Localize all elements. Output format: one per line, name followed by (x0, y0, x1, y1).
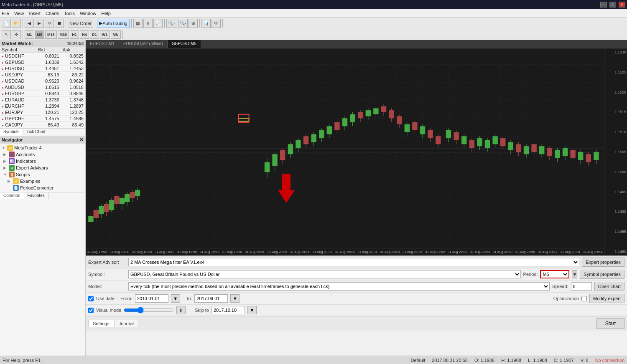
mw-cell-bid: 83.19 (36, 72, 61, 78)
menu-insert[interactable]: Insert (29, 11, 41, 16)
tf-m30[interactable]: M30 (58, 30, 69, 39)
optimization-checkbox[interactable] (581, 296, 587, 301)
chart-tab-eurusd-m1[interactable]: EURUSD,M1 (86, 40, 119, 48)
market-watch-row[interactable]: ● GBPCHF 1.4575 1.4585 (0, 116, 85, 122)
nav-item-expert-advisors[interactable]: ▶ ⚙ Expert Advisors (0, 164, 85, 171)
menu-file[interactable]: File (2, 11, 9, 16)
menu-window[interactable]: Window (80, 11, 96, 16)
skip-to-input[interactable] (212, 306, 245, 314)
new-button[interactable]: 📄 (2, 19, 11, 28)
cursor-button[interactable]: ↖ (2, 30, 11, 39)
indicators-button[interactable]: 📊 (201, 19, 211, 28)
tab-journal[interactable]: Journal (114, 320, 138, 327)
tf-m1[interactable]: M1 (25, 30, 34, 39)
ea-select[interactable]: 2 MA Crosses Mega filter EA V1.ex4 (128, 258, 579, 266)
model-select[interactable]: Every tick (the most precise method base… (128, 282, 550, 291)
tf-w1[interactable]: W1 (100, 30, 110, 39)
market-watch-row[interactable]: ● EURGBP 0.8843 0.8846 (0, 91, 85, 97)
tf-m15[interactable]: M15 (45, 30, 57, 39)
mw-cell-bid: 1.0515 (36, 84, 61, 91)
tf-d1[interactable]: D1 (90, 30, 99, 39)
nav-item-period-converter[interactable]: 📄 PeriodConverter (0, 185, 85, 191)
line-chart-button[interactable]: 📈 (153, 19, 163, 28)
zoom-in-button[interactable]: 🔍+ (166, 19, 177, 28)
window-title: MetaTrader 4 - [GBPUSD,M5] (2, 2, 63, 7)
menu-charts[interactable]: Charts (46, 11, 59, 16)
start-button[interactable]: Start (596, 318, 624, 329)
period-sep-button[interactable]: ⊞ (189, 19, 198, 28)
status-high: H: 1.1908 (501, 358, 521, 363)
back-button[interactable]: ◀ (25, 19, 34, 28)
market-watch-row[interactable]: ● AUDUSD 1.0515 1.0518 (0, 84, 85, 91)
tf-h1[interactable]: H1 (70, 30, 79, 39)
chart-tab-eurusd-m2[interactable]: EURUSD,M2 (offline) (119, 40, 168, 48)
nav-tab-common[interactable]: Common (0, 192, 24, 199)
market-watch-row[interactable]: ● EURCHF 1.2894 1.2897 (0, 103, 85, 109)
nav-item-scripts[interactable]: ▼ 📜 Scripts (0, 171, 85, 178)
tf-mn[interactable]: MN (111, 30, 121, 39)
candle-button[interactable]: 🕯 (143, 19, 153, 28)
chart-tab-gbpusd-m5[interactable]: GBPUSD,M5 (168, 40, 201, 48)
market-watch-row[interactable]: ● USDCHF 0.8921 0.8925 (0, 53, 85, 59)
market-watch-row[interactable]: ● EURJPY 120.21 120.25 (0, 109, 85, 116)
symbol-properties-button[interactable]: Symbol properties (580, 270, 624, 279)
mw-tab-symbols[interactable]: Symbols (0, 129, 23, 136)
tab-settings[interactable]: Settings (88, 320, 114, 327)
stop-button[interactable]: ⏹ (55, 19, 64, 28)
mw-tab-tick[interactable]: Tick Chart (23, 129, 49, 136)
to-cal-button[interactable]: ▼ (230, 294, 240, 303)
market-watch-row[interactable]: ● CADJPY 86.43 86.49 (0, 122, 85, 128)
market-watch-row[interactable]: ● EURUSD 1.4451 1.4453 (0, 66, 85, 72)
speed-slider[interactable] (124, 307, 174, 313)
nav-item-metatrader4[interactable]: ▼ 📁 MetaTrader 4 (0, 144, 85, 151)
from-cal-button[interactable]: ▼ (171, 294, 180, 303)
close-button[interactable]: ✕ (619, 2, 625, 8)
zoom-out-button[interactable]: 🔍- (178, 19, 188, 28)
market-watch-row[interactable]: ● GBPUSD 1.6339 1.6342 (0, 59, 85, 66)
chart-canvas[interactable]: GBPUSD,M5 1.1907 1.1908 1.1907 1.1908 لا… (86, 48, 627, 255)
market-watch-row[interactable]: ● USDJPY 83.19 83.22 (0, 72, 85, 78)
navigator-close[interactable]: ✕ (79, 137, 84, 143)
new-order-button[interactable]: New Order (68, 19, 93, 28)
skip-cal-button[interactable]: ▼ (247, 306, 257, 314)
xaxis-2: 31 Aug 18:08 (108, 250, 131, 254)
from-input[interactable] (135, 294, 168, 303)
menu-view[interactable]: View (14, 11, 24, 16)
expert-button[interactable]: ⚙ (212, 19, 221, 28)
xaxis-17: 31 Aug 22:08 (446, 250, 469, 254)
forward-button[interactable]: ▶ (35, 19, 44, 28)
minimize-button[interactable]: ─ (600, 2, 607, 8)
mw-cell-bid: 1.2894 (36, 103, 61, 109)
symbol-select[interactable]: GBPUSD, Great Britain Pound vs US Dollar (128, 270, 521, 278)
menu-help[interactable]: Help (101, 11, 111, 16)
pause-button[interactable]: ⏸ (176, 306, 186, 314)
refresh-button[interactable]: ↺ (45, 19, 54, 28)
chart-svg[interactable] (86, 48, 604, 248)
autotrading-button[interactable]: ▶ AutoTrading (97, 19, 130, 28)
menu-tools[interactable]: Tools (64, 11, 75, 16)
tf-h4[interactable]: H4 (80, 30, 89, 39)
use-date-checkbox[interactable] (88, 296, 94, 301)
period-dropdown-btn[interactable]: ▼ (572, 270, 577, 278)
nav-item-indicators[interactable]: ▶ 📊 Indicators (0, 158, 85, 164)
to-input[interactable] (194, 294, 228, 303)
period-select[interactable]: M5 (540, 270, 569, 278)
visual-mode-checkbox[interactable] (88, 308, 94, 313)
bar-chart-button[interactable]: ▦ (133, 19, 143, 28)
expert-properties-button[interactable]: Expert properties (582, 258, 624, 267)
nav-tab-favorites[interactable]: Favorites (24, 192, 48, 199)
mw-cell-bid: 0.8843 (36, 91, 61, 97)
nav-item-examples[interactable]: ▶ 📁 Examples (0, 178, 85, 185)
maximize-button[interactable]: □ (609, 2, 616, 8)
spread-input[interactable] (571, 282, 592, 291)
open-button[interactable]: 📂 (12, 19, 21, 28)
mw-cell-bid: 120.21 (36, 109, 61, 116)
crosshair-button[interactable]: ✛ (12, 30, 21, 39)
tf-m5[interactable]: M5 (35, 30, 45, 39)
modify-expert-button[interactable]: Modify expert (589, 294, 624, 303)
market-watch-row[interactable]: ● USDCAD 0.9620 0.9624 (0, 78, 85, 84)
market-watch-row[interactable]: ● EURAUD 1.3736 1.3748 (0, 97, 85, 103)
nav-item-accounts[interactable]: ▶ 👤 Accounts (0, 151, 85, 158)
mw-dot: ● (2, 61, 4, 65)
open-chart-button[interactable]: Open chart (594, 282, 624, 291)
